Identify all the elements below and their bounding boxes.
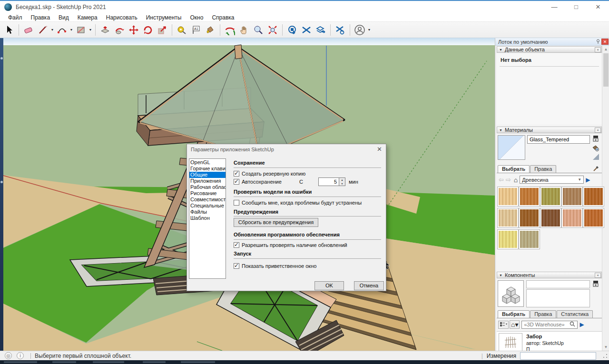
eraser-tool-icon[interactable] [22, 23, 35, 37]
reset-warnings-button[interactable]: Сбросить все предупреждения [234, 218, 318, 227]
maximize-button[interactable]: □ [565, 0, 587, 13]
material-swatch[interactable] [583, 187, 604, 206]
cancel-button[interactable]: Отмена [354, 281, 384, 290]
account-icon[interactable] [353, 23, 366, 37]
warehouse-search[interactable] [521, 321, 578, 329]
back-arrow-icon[interactable]: ⇦ [499, 176, 504, 183]
spinner-arrows[interactable]: ▲▼ [339, 177, 345, 186]
sample-paint-icon[interactable] [593, 154, 599, 160]
create-material-icon[interactable] [592, 144, 599, 153]
entity-info-close-button[interactable]: × [595, 47, 601, 52]
components-close-button[interactable]: × [595, 273, 601, 278]
search-icon[interactable] [570, 321, 575, 328]
warehouse-search-input[interactable] [524, 322, 570, 327]
welcome-checkbox[interactable] [234, 263, 239, 269]
line-tool-dropdown[interactable]: ▼ [50, 23, 55, 37]
ok-button[interactable]: OK [314, 281, 344, 290]
notify-checkbox[interactable] [234, 200, 239, 206]
autosave-checkbox-row[interactable]: Автосохранение [234, 179, 282, 185]
move-tool-icon[interactable] [127, 23, 140, 37]
material-swatch[interactable] [519, 208, 540, 227]
material-swatch[interactable] [498, 230, 518, 249]
allow-updates-checkbox-row[interactable]: Разрешить проверять наличие обновлений [234, 242, 347, 248]
details-arrow-icon[interactable]: ▶ [586, 177, 590, 183]
outer-shell-icon[interactable] [314, 23, 327, 37]
menu-item-камера[interactable]: Камера [73, 14, 102, 21]
material-swatch[interactable] [583, 208, 604, 227]
material-preview[interactable] [498, 135, 525, 160]
material-swatch[interactable] [498, 208, 518, 227]
notify-checkbox-row[interactable]: Сообщить мне, когда проблемы будут устра… [234, 200, 362, 206]
tab-materials-edit[interactable]: Правка [530, 165, 556, 173]
menu-item-окно[interactable]: Окно [186, 14, 207, 21]
paint-bucket-tool-icon[interactable] [204, 23, 217, 37]
welcome-checkbox-row[interactable]: Показать приветственное окно [234, 263, 316, 269]
collapse-triangle-icon[interactable]: ▼ [499, 128, 502, 132]
tab-components-statistics[interactable]: Статистика [557, 310, 593, 318]
zoom-tool-icon[interactable] [252, 23, 265, 37]
components-header[interactable]: ▼ Компоненты × [497, 272, 602, 278]
push-pull-tool-icon[interactable] [98, 23, 112, 37]
tab-materials-select[interactable]: Выбрать [498, 165, 530, 173]
geolocation-icon[interactable]: ◎ [5, 352, 12, 359]
shapes-tool-icon[interactable] [74, 23, 88, 37]
info-icon[interactable]: i [17, 352, 24, 359]
menu-item-файл[interactable]: Файл [4, 14, 27, 21]
secondary-pane-icon[interactable] [592, 280, 599, 288]
arc-tool-dropdown[interactable]: ▼ [69, 23, 74, 37]
category-item[interactable]: Приложения [189, 178, 226, 184]
tape-measure-tool-icon[interactable] [175, 23, 188, 37]
home-icon[interactable]: ⌂▾ [510, 320, 520, 329]
category-item[interactable]: Файлы [189, 209, 226, 215]
resize-grip[interactable] [603, 354, 608, 358]
material-swatch[interactable] [519, 187, 540, 206]
category-item[interactable]: Рисование [189, 190, 226, 197]
scale-tool-icon[interactable] [156, 23, 169, 37]
forward-arrow-icon[interactable]: ⇨ [506, 176, 511, 183]
collection-dropdown[interactable]: Древесина ▼ [520, 176, 584, 184]
material-swatch[interactable] [540, 208, 561, 227]
collapse-triangle-icon[interactable]: ▼ [499, 48, 502, 51]
tab-components-edit[interactable]: Правка [530, 310, 556, 318]
home-icon[interactable]: ⌂ [514, 176, 518, 184]
text-tool-icon[interactable]: A1 [189, 23, 203, 37]
materials-close-button[interactable]: × [595, 128, 601, 133]
allow-updates-checkbox[interactable] [234, 242, 239, 248]
component-preview[interactable] [498, 280, 524, 307]
dialog-close-icon[interactable]: ✕ [377, 146, 382, 153]
zoom-extents-tool-icon[interactable] [266, 23, 279, 37]
shapes-tool-dropdown[interactable]: ▼ [88, 23, 93, 37]
menu-item-вид[interactable]: Вид [54, 14, 73, 21]
pan-tool-icon[interactable] [237, 23, 251, 37]
scroll-up-icon[interactable]: ▲ [602, 46, 609, 53]
minimize-button[interactable]: — [543, 0, 565, 13]
tray-close-button[interactable]: ✕ [601, 39, 609, 45]
scrollbar-thumb[interactable] [603, 53, 609, 87]
menu-item-справка[interactable]: Справка [207, 14, 238, 21]
material-swatch[interactable] [562, 187, 582, 206]
component-description-field[interactable] [526, 289, 590, 307]
category-item[interactable]: Общие [189, 172, 226, 178]
component-name-field[interactable] [526, 280, 590, 288]
category-item[interactable]: OpenGL [189, 159, 226, 166]
material-swatch[interactable] [562, 208, 582, 227]
category-item[interactable]: Горячие клавиши [189, 166, 226, 172]
solid-intersect-icon[interactable] [300, 23, 313, 37]
solid-trim-icon[interactable] [334, 23, 347, 37]
view-options-icon[interactable] [498, 321, 509, 329]
preferences-category-list[interactable]: OpenGLГорячие клавишиОбщиеПриложенияРабо… [189, 158, 226, 279]
model-exchange-icon[interactable] [285, 23, 299, 37]
category-item[interactable]: Специальные возможности [189, 203, 226, 209]
autosave-minutes-input[interactable]: 5 [318, 177, 339, 186]
scroll-down-icon[interactable]: ▼ [602, 344, 609, 351]
select-tool-icon[interactable] [2, 23, 16, 37]
collapse-triangle-icon[interactable]: ▼ [499, 274, 502, 277]
backup-checkbox-row[interactable]: Создать резервную копию [234, 171, 305, 177]
material-name-input[interactable] [527, 135, 590, 144]
rotate-tool-icon[interactable] [141, 23, 155, 37]
material-swatch[interactable] [498, 187, 518, 206]
dialog-title-bar[interactable]: Параметры приложения SketchUp ✕ [187, 144, 386, 155]
entity-info-header[interactable]: ▼ Данные объекта × [497, 46, 602, 53]
backup-checkbox[interactable] [234, 171, 239, 177]
orbit-tool-icon[interactable] [223, 23, 236, 37]
